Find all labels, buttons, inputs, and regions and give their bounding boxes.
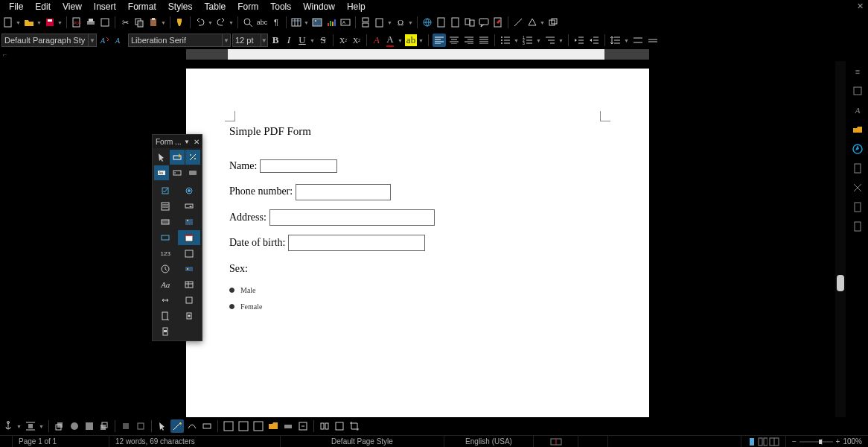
outline-dropdown-icon[interactable]: ▼ bbox=[558, 38, 564, 43]
manage-changes-icon[interactable] bbox=[850, 200, 865, 215]
menu-insert[interactable]: Insert bbox=[88, 1, 122, 12]
clear-format-icon[interactable]: A bbox=[371, 34, 383, 47]
new-dropdown-icon[interactable]: ▼ bbox=[16, 20, 22, 25]
palette-close-icon[interactable]: ✕ bbox=[191, 138, 202, 146]
select-tool-icon[interactable] bbox=[156, 419, 169, 433]
listbox-icon[interactable] bbox=[154, 199, 177, 214]
chart-icon[interactable] bbox=[325, 16, 338, 29]
option-button-icon[interactable] bbox=[178, 183, 201, 198]
bullet-list-icon[interactable] bbox=[499, 34, 512, 47]
status-page-style[interactable]: Default Page Style bbox=[281, 436, 444, 447]
underline-button[interactable]: U bbox=[296, 34, 308, 47]
font-color-icon[interactable]: A bbox=[384, 34, 396, 47]
menu-window[interactable]: Window bbox=[297, 1, 341, 12]
paragraph-style-combo[interactable]: ▼ bbox=[1, 34, 97, 47]
copy-icon[interactable] bbox=[133, 16, 146, 29]
find-icon[interactable] bbox=[241, 16, 255, 29]
textbox-icon[interactable]: A bbox=[339, 16, 352, 29]
line-spacing-icon[interactable] bbox=[609, 34, 622, 47]
comment-icon[interactable] bbox=[477, 16, 491, 29]
footnote-icon[interactable] bbox=[435, 16, 448, 29]
status-signature[interactable] bbox=[608, 436, 741, 447]
status-language[interactable]: English (USA) bbox=[444, 436, 534, 447]
clone-format-icon[interactable] bbox=[173, 16, 187, 29]
subscript-button[interactable]: X2 bbox=[351, 34, 363, 47]
menu-help[interactable]: Help bbox=[341, 1, 371, 12]
wrap-dropdown-icon[interactable]: ▼ bbox=[39, 424, 45, 429]
line-tool-icon[interactable] bbox=[170, 419, 184, 433]
backward-icon[interactable] bbox=[83, 419, 96, 433]
font-size-combo[interactable]: ▼ bbox=[232, 34, 268, 47]
align-left-icon[interactable] bbox=[433, 34, 446, 47]
page-panel-icon[interactable] bbox=[850, 161, 865, 176]
print-preview-icon[interactable] bbox=[98, 16, 112, 29]
align-right-icon[interactable] bbox=[462, 34, 476, 47]
name-input[interactable] bbox=[260, 159, 337, 173]
paragraph-style-input[interactable] bbox=[2, 36, 88, 45]
window-close-icon[interactable]: ✕ bbox=[857, 1, 864, 11]
to-front-icon[interactable] bbox=[53, 419, 66, 433]
rectangle-tool-icon[interactable] bbox=[200, 419, 214, 433]
number-list-icon[interactable]: 123 bbox=[521, 34, 534, 47]
address-input[interactable] bbox=[269, 209, 435, 226]
update-style-icon[interactable]: A bbox=[98, 34, 112, 47]
line-icon[interactable] bbox=[511, 16, 525, 29]
hyperlink-icon[interactable] bbox=[421, 16, 434, 29]
menu-view[interactable]: View bbox=[57, 1, 88, 12]
page[interactable]: Simple PDF Form Name: Phone number: Addr… bbox=[186, 69, 649, 417]
spellcheck-icon[interactable]: abc bbox=[255, 16, 269, 29]
scrollbar-control-icon[interactable] bbox=[154, 324, 177, 339]
open-icon[interactable] bbox=[22, 16, 36, 29]
zoom-value[interactable]: 100% bbox=[843, 437, 862, 446]
gallery-panel-icon[interactable] bbox=[850, 122, 865, 137]
save-dropdown-icon[interactable]: ▼ bbox=[57, 20, 63, 25]
align-center-icon[interactable] bbox=[447, 34, 461, 47]
female-option[interactable]: Female bbox=[229, 301, 606, 313]
image-icon[interactable] bbox=[310, 16, 324, 29]
label-icon[interactable]: Aa bbox=[154, 165, 169, 180]
formatted-field-icon[interactable] bbox=[154, 230, 177, 245]
number-dropdown-icon[interactable]: ▼ bbox=[536, 38, 542, 43]
status-word-count[interactable]: 12 words, 69 characters bbox=[109, 436, 281, 447]
formatting-marks-icon[interactable]: ¶ bbox=[269, 16, 283, 29]
paste-dropdown-icon[interactable]: ▼ bbox=[161, 20, 167, 25]
image-button-icon[interactable] bbox=[178, 215, 201, 229]
numeric-field-icon[interactable]: 123 bbox=[154, 246, 177, 261]
to-back-icon[interactable] bbox=[98, 419, 111, 433]
highlight-icon[interactable]: ab bbox=[405, 34, 417, 47]
italic-button[interactable]: I bbox=[283, 34, 295, 47]
export-pdf-icon[interactable]: PDF bbox=[70, 16, 83, 29]
push-button-icon[interactable] bbox=[154, 215, 177, 229]
crop-icon[interactable] bbox=[348, 419, 361, 433]
menu-form[interactable]: Form bbox=[232, 1, 264, 12]
menu-edit[interactable]: Edit bbox=[29, 1, 57, 12]
stylist-panel-icon[interactable] bbox=[850, 180, 865, 195]
text-attrs-icon[interactable] bbox=[252, 419, 265, 433]
cross-ref-icon[interactable] bbox=[463, 16, 476, 29]
font-size-input[interactable] bbox=[233, 36, 261, 45]
curve-tool-icon[interactable] bbox=[185, 419, 199, 433]
underline-dropdown-icon[interactable]: ▼ bbox=[310, 38, 316, 43]
font-name-input[interactable] bbox=[129, 36, 222, 45]
sidebar-settings-icon[interactable]: ≡ bbox=[850, 64, 865, 79]
bullet-dropdown-icon[interactable]: ▼ bbox=[514, 38, 520, 43]
font-color-dropdown-icon[interactable]: ▼ bbox=[398, 38, 403, 43]
pattern-field-icon[interactable]: Aa bbox=[154, 277, 177, 292]
combobox-icon[interactable] bbox=[178, 199, 201, 214]
undo-dropdown-icon[interactable]: ▼ bbox=[208, 20, 214, 25]
anchor-dropdown-icon[interactable]: ▼ bbox=[16, 424, 22, 429]
status-view-layout[interactable] bbox=[741, 436, 786, 447]
outline-icon[interactable] bbox=[543, 34, 557, 47]
book-view-icon[interactable] bbox=[769, 437, 779, 446]
status-insert-mode[interactable] bbox=[534, 436, 578, 447]
form-controls-toolbar[interactable]: Form ... ▼ ✕ Aa 123 Aa bbox=[152, 134, 202, 341]
radio-icon[interactable] bbox=[229, 304, 234, 309]
para-spacing-dec-icon[interactable] bbox=[646, 34, 660, 47]
basic-shapes-dropdown-icon[interactable]: ▼ bbox=[540, 20, 546, 25]
properties-panel-icon[interactable] bbox=[850, 83, 865, 98]
checkbox-icon[interactable] bbox=[154, 183, 177, 198]
menu-format[interactable]: Format bbox=[122, 1, 162, 12]
forward-icon[interactable] bbox=[68, 419, 81, 433]
accessibility-icon[interactable] bbox=[850, 219, 865, 234]
styles-panel-icon[interactable]: A bbox=[850, 103, 865, 118]
